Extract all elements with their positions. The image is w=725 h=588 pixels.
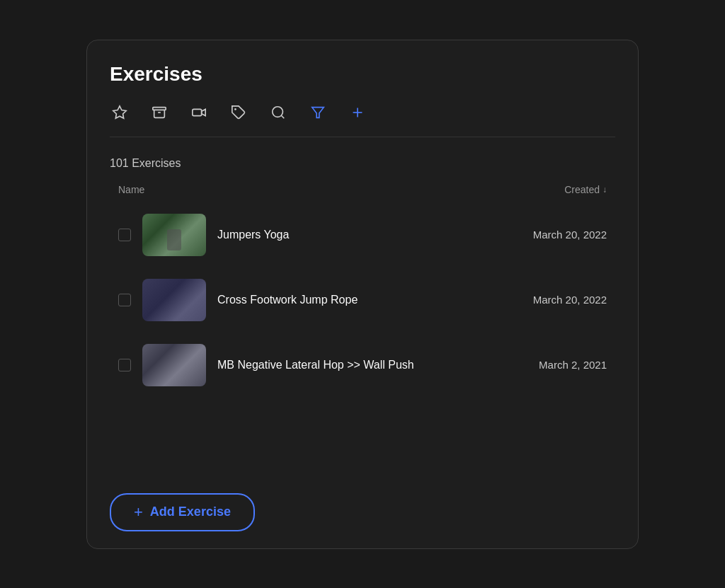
table-row[interactable]: Cross Footwork Jump Rope March 20, 2022 [110,269,615,331]
add-exercise-label: Add Exercise [150,505,231,519]
exercise-date-3: March 2, 2021 [515,359,607,371]
exercise-list: Jumpers Yoga March 20, 2022 Cross Footwo… [110,204,615,479]
col-name-header: Name [118,184,144,195]
exercise-date-2: March 20, 2022 [515,294,607,306]
svg-rect-3 [193,109,202,115]
svg-point-6 [273,106,283,117]
exercise-thumbnail-1 [142,214,206,256]
exercise-name-1: Jumpers Yoga [217,229,503,241]
svg-marker-4 [202,109,206,115]
filter-icon[interactable] [308,103,328,122]
add-filter-icon[interactable] [348,103,367,122]
row-checkbox-1[interactable] [118,229,131,241]
svg-line-7 [281,115,284,118]
toolbar [110,103,615,137]
table-header: Name Created ↓ [110,184,615,204]
exercise-thumbnail-2 [142,279,206,321]
svg-marker-8 [312,107,324,117]
footer: + Add Exercise [110,479,615,548]
exercise-count: 101 Exercises [110,157,615,170]
table-row[interactable]: Jumpers Yoga March 20, 2022 [110,204,615,266]
add-exercise-button[interactable]: + Add Exercise [110,493,255,531]
exercises-panel: Exercises 101 Exercises Name [86,40,639,549]
sort-arrow-icon: ↓ [603,185,607,195]
tag-icon[interactable] [229,103,249,122]
exercise-date-1: March 20, 2022 [515,229,607,241]
plus-icon: + [134,505,143,520]
svg-marker-0 [113,105,126,117]
exercise-name-3: MB Negative Lateral Hop >> Wall Push [217,359,503,371]
col-created-header[interactable]: Created ↓ [564,184,607,195]
row-checkbox-3[interactable] [118,359,131,371]
search-icon[interactable] [268,103,288,122]
star-icon[interactable] [110,103,130,122]
row-checkbox-2[interactable] [118,294,131,306]
table-row[interactable]: MB Negative Lateral Hop >> Wall Push Mar… [110,334,615,396]
archive-icon[interactable] [149,103,169,122]
page-title: Exercises [110,63,615,86]
svg-rect-1 [153,107,166,110]
exercise-name-2: Cross Footwork Jump Rope [217,294,503,306]
video-icon[interactable] [189,103,209,122]
exercise-thumbnail-3 [142,344,206,386]
